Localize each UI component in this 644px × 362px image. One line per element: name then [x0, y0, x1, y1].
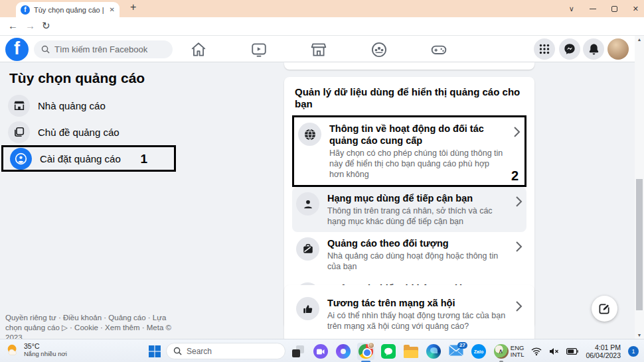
sidebar-item-ad-settings[interactable]: Cài đặt quảng cáo 1 [1, 145, 176, 172]
bell-icon [588, 43, 600, 55]
file-explorer-icon [404, 347, 418, 358]
volume-muted-icon[interactable] [549, 347, 559, 355]
chrome-app-button[interactable] [357, 343, 374, 360]
row-description: Thông tin trên trang cá nhân, sở thích v… [327, 206, 507, 227]
thumbs-up-icon [296, 297, 319, 320]
forward-button[interactable]: → [25, 20, 35, 31]
row-audience-based-ads[interactable]: Quảng cáo theo đối tượng Nhà quảng cáo d… [292, 232, 526, 277]
sidebar-item-label: Cài đặt quảng cáo [40, 153, 121, 164]
facebook-favicon-icon: f [21, 5, 30, 15]
windows-logo-icon [149, 345, 161, 357]
chrome-icon [359, 344, 373, 359]
profile-avatar[interactable] [607, 38, 629, 60]
chrome-profile-badge [368, 342, 374, 349]
wifi-icon[interactable] [531, 347, 542, 355]
language-indicator[interactable]: ENG INTL [511, 345, 524, 358]
compose-button[interactable] [592, 296, 617, 322]
sidebar-item-ad-topics[interactable]: Chủ đề quảng cáo [1, 119, 176, 145]
video-call-app-button[interactable] [312, 343, 329, 360]
chevron-right-icon [513, 126, 521, 138]
start-button[interactable] [146, 343, 163, 360]
taskbar-search-placeholder: Search [187, 347, 212, 356]
tray-expand-icon[interactable]: ∧ [499, 347, 503, 355]
mail-unread-badge: 27 [457, 342, 467, 349]
restore-button[interactable] [611, 6, 617, 12]
menu-grid-button[interactable] [534, 38, 555, 60]
search-placeholder: Tìm kiếm trên Facebook [54, 44, 147, 54]
tab-search-chevron-icon[interactable]: ∨ [569, 5, 574, 13]
minimize-button[interactable] [590, 9, 596, 9]
globe-icon [298, 123, 321, 146]
language-top: ENG [511, 345, 524, 351]
zalo-icon: Zalo [471, 344, 486, 359]
row-partner-activity[interactable]: Thông tin về hoạt động do đối tác quảng … [292, 115, 526, 187]
tab-close-icon[interactable]: ✕ [110, 6, 115, 13]
taskbar-clock[interactable]: 4:01 PM 06/04/2023 [586, 343, 621, 359]
social-interactions-card: Tương tác trên mạng xã hội Ai có thể nhì… [284, 285, 534, 343]
row-title: Thông tin về hoạt động do đối tác quảng … [329, 123, 505, 147]
mail-app-button[interactable]: 27 [447, 343, 465, 360]
facebook-header: f Tìm kiếm trên Facebook [0, 36, 635, 62]
messenger-button[interactable] [559, 38, 580, 60]
swirl-app-icon [336, 344, 351, 359]
line-app-button[interactable] [380, 343, 397, 360]
search-icon [173, 347, 182, 355]
messenger-icon [564, 43, 576, 55]
chevron-right-icon [515, 196, 523, 208]
sidebar: Nhà quảng cáo Chủ đề quảng cáo Cài đặt q… [1, 92, 176, 172]
video-call-app-icon [313, 344, 328, 359]
taskbar-search[interactable]: Search [166, 343, 285, 359]
gaming-icon[interactable] [430, 41, 447, 58]
tab-title: Tùy chọn quảng cáo | Facebook [34, 6, 106, 14]
person-icon [296, 192, 319, 215]
mail-icon: 27 [449, 345, 463, 359]
clock-date: 06/04/2023 [586, 351, 621, 359]
sidebar-item-label: Nhà quảng cáo [38, 100, 106, 111]
row-description: Ai có thể nhìn thấy hoạt động tương tác … [327, 310, 507, 332]
scroll-down-icon[interactable]: ▼ [635, 333, 644, 337]
weather-sun-cloud-icon [5, 343, 20, 357]
back-button[interactable]: ← [8, 20, 18, 31]
close-window-button[interactable]: ✕ [633, 5, 639, 13]
task-view-icon [292, 345, 304, 357]
home-icon[interactable] [190, 41, 207, 58]
edge-app-button[interactable] [425, 343, 442, 360]
file-explorer-button[interactable] [402, 343, 420, 360]
chevron-right-icon [515, 300, 523, 312]
language-bottom: INTL [511, 351, 524, 358]
marketplace-icon[interactable] [310, 41, 327, 58]
weather-desc: Nắng nhiều nơi [24, 350, 67, 357]
browser-titlebar: f Tùy chọn quảng cáo | Facebook ✕ + ∨ ✕ [0, 0, 644, 17]
scrollbar-thumb[interactable] [636, 179, 643, 310]
groups-icon[interactable] [370, 41, 388, 58]
browser-tab[interactable]: f Tùy chọn quảng cáo | Facebook ✕ [16, 2, 120, 17]
reload-button[interactable]: ↻ [42, 20, 50, 32]
ad-preferences-page: Tùy chọn quảng cáo Nhà quảng cáo Chủ đề … [0, 62, 635, 339]
scroll-up-icon[interactable]: ▲ [635, 37, 644, 42]
section-title: Quản lý dữ liệu dùng để hiển thị quảng c… [295, 86, 524, 110]
swirl-app-button[interactable] [335, 343, 352, 360]
edge-icon [426, 344, 441, 359]
battery-icon[interactable] [566, 348, 578, 355]
weather-temp: 35°C [24, 342, 67, 350]
new-tab-button[interactable]: + [130, 1, 136, 13]
facebook-search-input[interactable]: Tìm kiếm trên Facebook [34, 40, 173, 58]
watch-icon[interactable] [250, 41, 268, 58]
sidebar-item-advertisers[interactable]: Nhà quảng cáo [1, 92, 176, 119]
row-categories-reach[interactable]: Hạng mục dùng để tiếp cận bạn Thông tin … [292, 187, 526, 232]
grid-icon [539, 44, 550, 54]
page-scrollbar[interactable]: ▲ ▼ [635, 36, 644, 339]
ad-topics-icon [8, 121, 30, 143]
task-view-button[interactable] [289, 343, 307, 360]
notification-count-badge[interactable]: 1 [628, 346, 639, 357]
windows-taskbar: 35°C Nắng nhiều nơi Search 27 [0, 339, 644, 362]
row-description: Nhà quảng cáo dùng hoạt động hoặc thông … [327, 251, 507, 272]
zalo-app-button[interactable]: Zalo [470, 343, 487, 360]
notifications-button[interactable] [583, 38, 604, 60]
row-social-interactions[interactable]: Tương tác trên mạng xã hội Ai có thể nhì… [292, 292, 526, 337]
weather-widget[interactable]: 35°C Nắng nhiều nơi [5, 342, 67, 357]
page-title: Tùy chọn quảng cáo [9, 70, 145, 86]
facebook-logo[interactable]: f [5, 38, 29, 61]
sidebar-item-label: Chủ đề quảng cáo [38, 127, 120, 138]
row-title: Quảng cáo theo đối tượng [327, 237, 507, 249]
